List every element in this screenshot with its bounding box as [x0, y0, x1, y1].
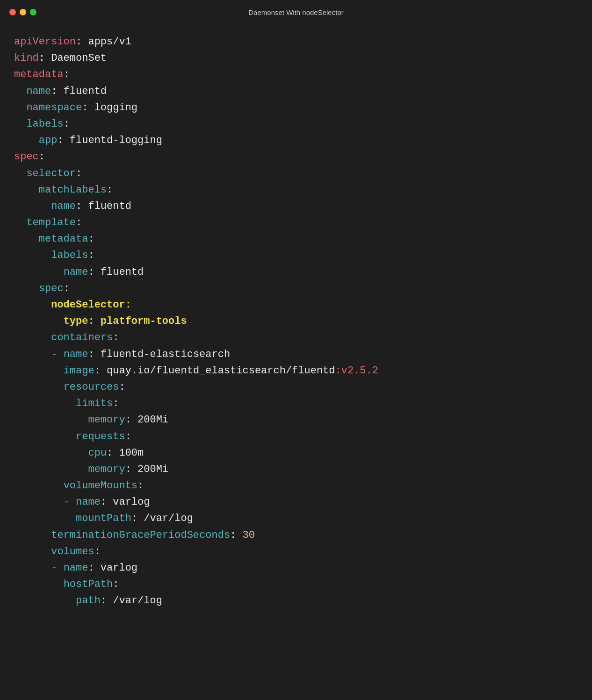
code-token: [14, 576, 64, 593]
code-token: :: [230, 527, 242, 543]
code-line: volumeMounts:: [14, 478, 578, 494]
code-token: :: [119, 379, 125, 395]
code-line: name: fluentd: [14, 83, 578, 100]
code-token: /var/log: [113, 593, 162, 609]
code-token: [14, 379, 64, 395]
code-token: [14, 527, 51, 543]
code-line: app: fluentd-logging: [14, 132, 578, 149]
code-token: :: [76, 165, 82, 182]
code-token: :: [113, 576, 119, 593]
code-token: [14, 461, 88, 478]
code-token: labels: [51, 247, 88, 264]
code-token: fluentd-elasticsearch: [101, 346, 230, 363]
code-token: :: [88, 346, 100, 363]
code-line: name: fluentd: [14, 198, 578, 214]
code-token: volumeMounts: [64, 478, 137, 494]
code-token: kind: [14, 50, 39, 66]
code-token: /var/log: [144, 510, 193, 527]
code-token: varlog: [101, 560, 137, 576]
traffic-lights: [9, 9, 36, 15]
code-line: kind: DaemonSet: [14, 50, 578, 66]
code-token: [14, 247, 51, 264]
code-token: :: [51, 83, 63, 100]
code-line: containers:: [14, 329, 578, 346]
code-token: mountPath: [76, 510, 131, 527]
code-token: labels: [26, 116, 63, 132]
code-token: :v2.5.2: [335, 363, 378, 379]
code-area: apiVersion: apps/v1kind: DaemonSetmetada…: [0, 24, 592, 619]
code-line: spec:: [14, 280, 578, 297]
code-token: [14, 231, 39, 247]
close-button[interactable]: [9, 9, 16, 15]
code-token: :: [94, 363, 107, 379]
code-token: requests: [76, 429, 125, 445]
code-line: template:: [14, 214, 578, 231]
code-token: [14, 593, 76, 609]
code-token: :: [64, 280, 70, 297]
code-token: [14, 494, 64, 510]
code-token: template: [26, 214, 76, 231]
code-token: terminationGracePeriodSeconds: [51, 527, 230, 543]
code-token: -: [51, 346, 63, 363]
code-token: metadata: [14, 66, 64, 83]
code-token: [14, 182, 39, 198]
code-token: [14, 83, 26, 100]
code-line: - name: fluentd-elasticsearch: [14, 346, 578, 363]
code-token: image: [64, 363, 94, 379]
code-token: name: [64, 264, 88, 280]
code-token: :: [113, 395, 119, 412]
window-title: Daemonset With nodeSelector: [248, 8, 343, 16]
code-token: logging: [94, 100, 137, 116]
code-token: selector: [26, 165, 76, 182]
code-token: namespace: [26, 100, 82, 116]
code-token: :: [125, 461, 137, 478]
code-token: 200Mi: [137, 412, 168, 428]
code-line: - name: varlog: [14, 494, 578, 510]
code-token: name: [64, 560, 88, 576]
code-line: metadata:: [14, 66, 578, 83]
code-token: :: [82, 100, 94, 116]
maximize-button[interactable]: [30, 9, 36, 15]
code-token: DaemonSet: [51, 50, 107, 66]
code-token: fluentd-logging: [70, 132, 162, 149]
code-token: :: [88, 264, 100, 280]
code-token: [14, 363, 64, 379]
code-token: :: [125, 429, 131, 445]
code-token: :: [113, 329, 119, 346]
code-token: [14, 329, 51, 346]
code-token: :: [137, 478, 144, 494]
code-token: apiVersion: [14, 34, 76, 50]
code-line: requests:: [14, 429, 578, 445]
code-token: [14, 429, 76, 445]
code-token: limits: [76, 395, 113, 412]
code-token: type: platform-tools: [64, 313, 187, 329]
code-line: memory: 200Mi: [14, 461, 578, 478]
code-line: - name: varlog: [14, 560, 578, 576]
code-token: [14, 346, 51, 363]
code-line: mountPath: /var/log: [14, 510, 578, 527]
code-line: name: fluentd: [14, 264, 578, 280]
code-token: cpu: [88, 445, 107, 461]
code-line: resources:: [14, 379, 578, 395]
code-token: name: [51, 198, 76, 214]
code-token: :: [88, 560, 100, 576]
code-token: :: [131, 510, 144, 527]
code-token: app: [39, 132, 58, 149]
window: Daemonset With nodeSelector apiVersion: …: [0, 0, 592, 700]
code-token: varlog: [113, 494, 150, 510]
code-token: :: [107, 445, 119, 461]
code-token: [14, 100, 26, 116]
code-token: [14, 297, 51, 313]
code-token: [14, 280, 39, 297]
code-token: fluentd: [88, 198, 131, 214]
code-token: [14, 116, 26, 132]
code-token: [14, 313, 64, 329]
minimize-button[interactable]: [20, 9, 26, 15]
code-line: labels:: [14, 116, 578, 132]
code-line: image: quay.io/fluentd_elasticsearch/flu…: [14, 363, 578, 379]
code-token: fluentd: [101, 264, 144, 280]
code-token: [14, 445, 88, 461]
code-line: volumes:: [14, 543, 578, 560]
code-token: -: [51, 560, 63, 576]
code-line: spec:: [14, 149, 578, 165]
